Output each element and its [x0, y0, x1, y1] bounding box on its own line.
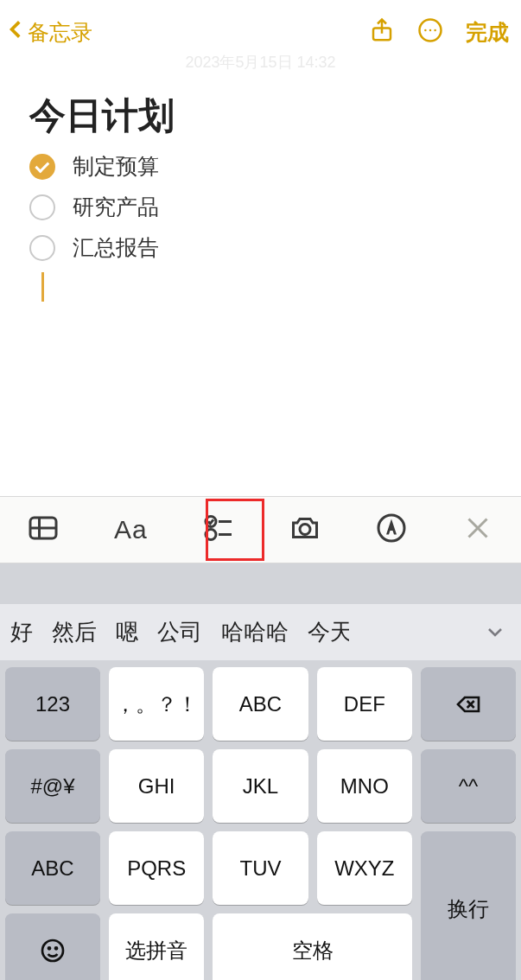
svg-point-10 — [206, 530, 216, 540]
candidate[interactable]: 今天 — [308, 617, 349, 647]
text-format-button[interactable]: Aa — [114, 515, 148, 544]
key-mno[interactable]: MNO — [317, 749, 412, 823]
key-emoticon[interactable]: ^^ — [421, 749, 516, 823]
checkbox-empty-icon[interactable] — [29, 194, 55, 220]
key-abc[interactable]: ABC — [213, 667, 308, 741]
todo-text: 汇总报告 — [73, 233, 159, 262]
svg-point-4 — [434, 29, 436, 32]
done-button[interactable]: 完成 — [466, 18, 509, 47]
keyboard: 好 然后 嗯 公司 哈哈哈 今天 123 ，。？！ ABC DEF #@¥ GH… — [0, 563, 521, 980]
checkbox-checked-icon[interactable] — [29, 154, 55, 180]
checkbox-empty-icon[interactable] — [29, 235, 55, 261]
nav-right: 完成 — [369, 17, 509, 47]
chevron-left-icon — [5, 16, 28, 48]
key-wxyz[interactable]: WXYZ — [317, 831, 412, 905]
note-body[interactable]: 今日计划 制定预算 研究产品 汇总报告 — [0, 92, 521, 302]
camera-icon[interactable] — [289, 512, 321, 547]
more-icon[interactable] — [417, 17, 443, 47]
backspace-icon — [454, 690, 482, 718]
navbar: 备忘录 完成 — [0, 0, 521, 55]
candidate[interactable]: 公司 — [157, 617, 202, 647]
key-space[interactable]: 空格 — [213, 913, 412, 980]
timestamp: 2023年5月15日 14:32 — [0, 52, 521, 73]
svg-point-12 — [300, 525, 310, 535]
todo-text: 研究产品 — [73, 193, 159, 221]
todo-item[interactable]: 研究产品 — [29, 193, 492, 221]
svg-point-2 — [424, 29, 427, 32]
share-icon[interactable] — [369, 17, 395, 47]
key-emoji[interactable] — [5, 913, 100, 980]
svg-point-18 — [42, 940, 63, 961]
markup-icon[interactable] — [376, 512, 407, 547]
todo-item[interactable]: 汇总报告 — [29, 233, 492, 262]
format-toolbar: Aa — [0, 496, 521, 563]
back-label: 备忘录 — [28, 18, 92, 47]
key-symbols[interactable]: #@¥ — [5, 749, 100, 823]
text-cursor — [41, 272, 44, 302]
svg-point-19 — [48, 947, 50, 949]
table-icon[interactable] — [28, 512, 59, 547]
candidate[interactable]: 好 — [10, 617, 33, 647]
key-punct[interactable]: ，。？！ — [109, 667, 204, 741]
key-grid: 123 ，。？！ ABC DEF #@¥ GHI JKL MNO ^^ ABC … — [0, 660, 521, 980]
key-return[interactable]: 换行 — [421, 831, 516, 980]
chevron-down-icon[interactable] — [485, 621, 505, 648]
close-icon[interactable] — [462, 512, 493, 547]
back-button[interactable]: 备忘录 — [5, 16, 92, 48]
key-tuv[interactable]: TUV — [213, 831, 308, 905]
todo-text: 制定预算 — [73, 152, 159, 181]
key-select-pinyin[interactable]: 选拼音 — [109, 913, 204, 980]
key-jkl[interactable]: JKL — [213, 749, 308, 823]
candidate[interactable]: 哈哈哈 — [221, 617, 289, 647]
svg-point-3 — [429, 29, 432, 32]
key-pqrs[interactable]: PQRS — [109, 831, 204, 905]
smiley-icon — [39, 937, 67, 964]
key-ghi[interactable]: GHI — [109, 749, 204, 823]
key-def[interactable]: DEF — [317, 667, 412, 741]
note-title: 今日计划 — [29, 92, 492, 140]
key-abc-mode[interactable]: ABC — [5, 831, 100, 905]
checklist-icon[interactable] — [203, 512, 234, 547]
todo-item[interactable]: 制定预算 — [29, 152, 492, 181]
candidate[interactable]: 嗯 — [116, 617, 138, 647]
candidate-bar: 好 然后 嗯 公司 哈哈哈 今天 — [0, 604, 521, 660]
candidate[interactable]: 然后 — [52, 617, 97, 647]
svg-point-20 — [55, 947, 57, 949]
key-123[interactable]: 123 — [5, 667, 100, 741]
key-backspace[interactable] — [421, 667, 516, 741]
